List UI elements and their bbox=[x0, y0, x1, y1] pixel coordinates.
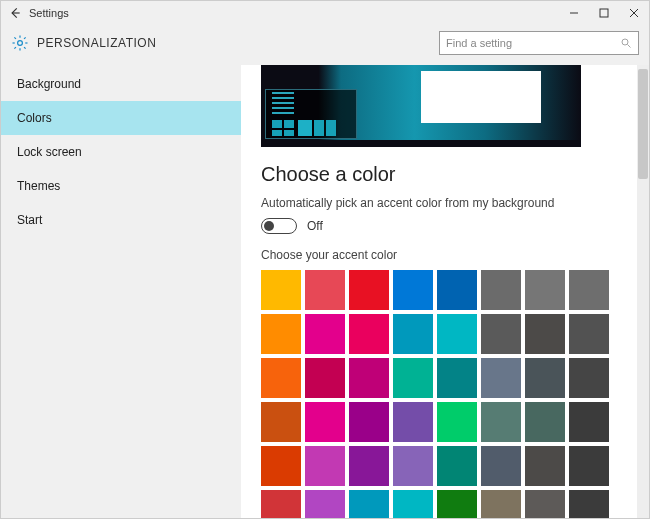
color-swatch[interactable] bbox=[525, 490, 565, 518]
color-swatch[interactable] bbox=[349, 446, 389, 486]
color-swatch[interactable] bbox=[349, 270, 389, 310]
color-swatch[interactable] bbox=[261, 402, 301, 442]
color-swatch[interactable] bbox=[525, 446, 565, 486]
color-swatch[interactable] bbox=[481, 446, 521, 486]
color-swatch[interactable] bbox=[525, 358, 565, 398]
search-icon bbox=[620, 37, 632, 49]
accent-color-label: Choose your accent color bbox=[261, 248, 629, 262]
scrollbar[interactable] bbox=[637, 65, 649, 518]
color-swatch[interactable] bbox=[569, 270, 609, 310]
color-swatch[interactable] bbox=[305, 490, 345, 518]
auto-pick-toggle[interactable] bbox=[261, 218, 297, 234]
color-swatch[interactable] bbox=[569, 402, 609, 442]
sidebar-item-themes[interactable]: Themes bbox=[1, 169, 241, 203]
close-icon bbox=[629, 8, 639, 18]
color-swatch[interactable] bbox=[393, 446, 433, 486]
minimize-button[interactable] bbox=[559, 1, 589, 25]
color-swatch[interactable] bbox=[349, 490, 389, 518]
color-swatch[interactable] bbox=[393, 490, 433, 518]
auto-pick-label: Automatically pick an accent color from … bbox=[261, 196, 629, 210]
color-swatch[interactable] bbox=[525, 402, 565, 442]
color-swatch[interactable] bbox=[393, 314, 433, 354]
color-swatch-grid bbox=[261, 270, 629, 518]
close-button[interactable] bbox=[619, 1, 649, 25]
color-swatch[interactable] bbox=[481, 490, 521, 518]
back-button[interactable] bbox=[1, 6, 29, 20]
svg-line-15 bbox=[628, 45, 631, 48]
color-swatch[interactable] bbox=[305, 446, 345, 486]
svg-line-11 bbox=[24, 47, 26, 49]
svg-point-14 bbox=[622, 39, 628, 45]
color-swatch[interactable] bbox=[481, 402, 521, 442]
color-swatch[interactable] bbox=[305, 270, 345, 310]
color-swatch[interactable] bbox=[393, 358, 433, 398]
sidebar-item-lock-screen[interactable]: Lock screen bbox=[1, 135, 241, 169]
color-swatch[interactable] bbox=[349, 358, 389, 398]
color-swatch[interactable] bbox=[481, 314, 521, 354]
svg-line-13 bbox=[14, 47, 16, 49]
preview-thumbnail bbox=[261, 65, 581, 147]
sidebar: Background Colors Lock screen Themes Sta… bbox=[1, 65, 241, 518]
gear-icon bbox=[11, 34, 29, 52]
svg-rect-2 bbox=[600, 9, 608, 17]
minimize-icon bbox=[569, 8, 579, 18]
color-swatch[interactable] bbox=[349, 402, 389, 442]
toggle-state-label: Off bbox=[307, 219, 323, 233]
color-swatch[interactable] bbox=[481, 270, 521, 310]
color-swatch[interactable] bbox=[261, 270, 301, 310]
scrollbar-thumb[interactable] bbox=[638, 69, 648, 179]
maximize-button[interactable] bbox=[589, 1, 619, 25]
color-swatch[interactable] bbox=[261, 314, 301, 354]
section-heading: Choose a color bbox=[261, 163, 629, 186]
toggle-knob-icon bbox=[264, 221, 274, 231]
category-title: PERSONALIZATION bbox=[37, 36, 156, 50]
color-swatch[interactable] bbox=[305, 314, 345, 354]
color-swatch[interactable] bbox=[261, 490, 301, 518]
color-swatch[interactable] bbox=[393, 402, 433, 442]
color-swatch[interactable] bbox=[437, 446, 477, 486]
header-row: PERSONALIZATION Find a setting bbox=[1, 25, 649, 65]
color-swatch[interactable] bbox=[437, 270, 477, 310]
color-swatch[interactable] bbox=[569, 314, 609, 354]
svg-point-5 bbox=[18, 41, 23, 46]
maximize-icon bbox=[599, 8, 609, 18]
titlebar: Settings bbox=[1, 1, 649, 25]
window-title: Settings bbox=[29, 7, 69, 19]
color-swatch[interactable] bbox=[437, 314, 477, 354]
color-swatch[interactable] bbox=[305, 402, 345, 442]
color-swatch[interactable] bbox=[569, 446, 609, 486]
content-area: Choose a color Automatically pick an acc… bbox=[241, 65, 649, 518]
search-placeholder: Find a setting bbox=[446, 37, 620, 49]
color-swatch[interactable] bbox=[481, 358, 521, 398]
svg-line-12 bbox=[24, 37, 26, 39]
auto-pick-toggle-row: Off bbox=[261, 218, 629, 234]
back-arrow-icon bbox=[8, 6, 22, 20]
settings-window: Settings PERSONALIZATION Find a setting bbox=[0, 0, 650, 519]
color-swatch[interactable] bbox=[437, 358, 477, 398]
color-swatch[interactable] bbox=[393, 270, 433, 310]
color-swatch[interactable] bbox=[569, 490, 609, 518]
window-controls bbox=[559, 1, 649, 25]
color-swatch[interactable] bbox=[349, 314, 389, 354]
color-swatch[interactable] bbox=[525, 270, 565, 310]
color-swatch[interactable] bbox=[525, 314, 565, 354]
sidebar-item-background[interactable]: Background bbox=[1, 67, 241, 101]
color-swatch[interactable] bbox=[437, 490, 477, 518]
sidebar-item-colors[interactable]: Colors bbox=[1, 101, 241, 135]
sidebar-item-start[interactable]: Start bbox=[1, 203, 241, 237]
color-swatch[interactable] bbox=[261, 358, 301, 398]
color-swatch[interactable] bbox=[305, 358, 345, 398]
body: Background Colors Lock screen Themes Sta… bbox=[1, 65, 649, 518]
color-swatch[interactable] bbox=[569, 358, 609, 398]
search-input[interactable]: Find a setting bbox=[439, 31, 639, 55]
color-swatch[interactable] bbox=[437, 402, 477, 442]
svg-line-10 bbox=[14, 37, 16, 39]
color-swatch[interactable] bbox=[261, 446, 301, 486]
